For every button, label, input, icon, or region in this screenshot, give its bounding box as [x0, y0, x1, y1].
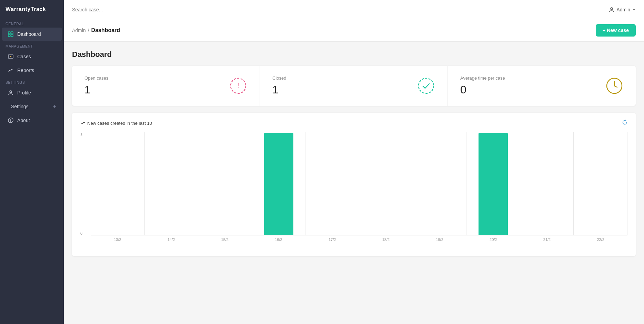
stats-row: Open cases 1 ! Closed 1	[72, 66, 636, 106]
stat-value-closed: 1	[272, 83, 286, 96]
stat-label-closed: Closed	[272, 75, 286, 81]
chart-icon	[80, 121, 85, 125]
bar-col	[145, 132, 199, 235]
bar-date-label: 13/2	[91, 237, 144, 242]
bar-date-label: 19/2	[413, 237, 466, 242]
page-header: Admin / Dashboard + New case	[64, 19, 644, 42]
svg-point-6	[10, 91, 12, 93]
sidebar-item-settings[interactable]: Settings +	[2, 100, 62, 113]
page-title: Dashboard	[72, 50, 636, 59]
y-axis-min: 0	[80, 231, 82, 235]
sidebar-item-reports[interactable]: Reports	[2, 64, 62, 77]
bar-date-label: 18/2	[359, 237, 413, 242]
settings-add-icon: +	[53, 103, 56, 110]
reports-icon	[8, 67, 14, 73]
svg-rect-1	[11, 32, 13, 34]
bar-date-label: 20/2	[466, 237, 520, 242]
breadcrumb-separator: /	[88, 28, 89, 33]
breadcrumb: Admin / Dashboard	[72, 27, 120, 33]
stat-label-open: Open cases	[84, 75, 108, 81]
svg-point-9	[611, 8, 613, 10]
bar-col	[520, 132, 574, 235]
svg-rect-2	[8, 34, 10, 37]
bar-col	[91, 132, 145, 235]
stat-card-open-cases: Open cases 1 !	[72, 66, 260, 106]
breadcrumb-parent: Admin	[72, 28, 86, 33]
sidebar-item-dashboard[interactable]: Dashboard	[2, 28, 62, 41]
sidebar-item-label: Dashboard	[17, 31, 41, 37]
svg-point-12	[419, 78, 434, 93]
user-label: Admin	[616, 7, 630, 12]
bar-chart: 1 0 13/214/215/216/217/218/219/220/221/2…	[80, 132, 627, 249]
management-section-label: MANAGEMENT	[0, 41, 64, 50]
y-axis-max: 1	[80, 132, 82, 136]
stat-label-avg: Average time per case	[460, 75, 505, 81]
main-content: Admin Admin / Dashboard + New case Dashb…	[64, 0, 644, 324]
chart-section: New cases created in the last 10 1 0	[72, 113, 636, 256]
avg-time-icon	[605, 77, 623, 95]
bar-col	[574, 132, 627, 235]
svg-point-5	[10, 56, 11, 57]
stat-card-closed: Closed 1	[260, 66, 448, 106]
sidebar-item-about[interactable]: About	[2, 114, 62, 127]
sidebar-item-profile[interactable]: Profile	[2, 86, 62, 99]
cases-icon	[8, 53, 14, 60]
sidebar-item-cases[interactable]: Cases	[2, 50, 62, 63]
svg-line-15	[614, 86, 617, 87]
bar-col	[359, 132, 413, 235]
sidebar-item-label: Settings	[11, 104, 29, 109]
bar-col	[466, 132, 520, 235]
sidebar-item-label: Profile	[17, 90, 31, 95]
general-section-label: GENERAL	[0, 19, 64, 27]
closed-icon	[417, 77, 435, 95]
stat-card-avg-time: Average time per case 0	[448, 66, 636, 106]
sidebar-item-label: Cases	[17, 54, 31, 59]
about-icon	[8, 117, 14, 123]
bar-col	[252, 132, 306, 235]
svg-rect-0	[8, 32, 10, 34]
bar	[479, 133, 508, 235]
bar	[264, 133, 293, 235]
svg-text:!: !	[237, 82, 239, 89]
stat-value-avg: 0	[460, 83, 505, 96]
chevron-down-icon	[632, 8, 636, 11]
user-menu[interactable]: Admin	[609, 7, 636, 12]
svg-rect-3	[11, 34, 13, 37]
sidebar-item-label: About	[17, 118, 30, 123]
app-logo: WarrantyTrack	[0, 0, 64, 19]
new-case-button[interactable]: + New case	[596, 24, 636, 37]
profile-icon	[8, 90, 14, 96]
chart-refresh-button[interactable]	[622, 120, 627, 126]
bar-date-label: 17/2	[305, 237, 359, 242]
sidebar-item-label: Reports	[17, 68, 34, 73]
bar-col	[198, 132, 252, 235]
breadcrumb-current: Dashboard	[91, 27, 120, 33]
search-input[interactable]	[72, 7, 169, 12]
chart-title: New cases created in the last 10	[80, 121, 152, 126]
user-icon	[609, 7, 614, 12]
sidebar: WarrantyTrack GENERAL Dashboard MANAGEME…	[0, 0, 64, 324]
content-area: Dashboard Open cases 1 ! Closed	[64, 42, 644, 324]
bar-date-label: 14/2	[144, 237, 198, 242]
bar-date-label: 21/2	[520, 237, 574, 242]
bar-date-label: 22/2	[574, 237, 627, 242]
open-cases-icon: !	[229, 77, 247, 95]
bar-col	[305, 132, 359, 235]
bar-date-label: 15/2	[198, 237, 252, 242]
settings-section-label: SETTINGS	[0, 77, 64, 86]
bar-date-label: 16/2	[252, 237, 305, 242]
stat-value-open: 1	[84, 83, 108, 96]
dashboard-icon	[8, 31, 14, 37]
topbar: Admin	[64, 0, 644, 19]
bar-col	[413, 132, 467, 235]
